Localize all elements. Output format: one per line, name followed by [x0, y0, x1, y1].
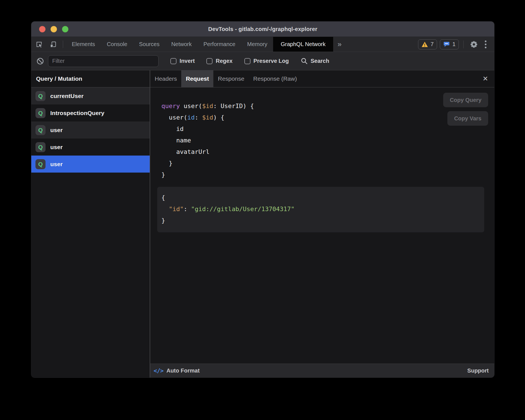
query-list-panel: Query / Mutation Q currentUser Q Introsp… — [31, 70, 150, 378]
gear-icon — [470, 40, 478, 49]
main-split: Query / Mutation Q currentUser Q Introsp… — [31, 70, 494, 378]
query-type-badge: Q — [35, 91, 46, 101]
minimize-window-button[interactable] — [51, 26, 57, 32]
tab-network[interactable]: Network — [165, 37, 197, 52]
auto-format-icon: </> — [154, 367, 163, 374]
issue-count: 1 — [452, 41, 455, 47]
close-detail-button[interactable]: ✕ — [476, 70, 494, 87]
toolbar-right-controls: 7 1 — [415, 37, 494, 52]
graphql-query-code: query user($id: UserID) { user(id: $id) … — [161, 100, 489, 180]
search-label: Search — [311, 58, 329, 64]
query-type-badge: Q — [35, 108, 46, 118]
request-tab-content: Copy Query Copy Vars query user($id: Use… — [150, 87, 494, 364]
search-icon — [300, 57, 308, 65]
tab-request[interactable]: Request — [181, 70, 213, 87]
close-window-button[interactable] — [39, 26, 46, 32]
detail-tab-bar: Headers Request Response Response (Raw) … — [150, 70, 494, 87]
query-type-badge: Q — [35, 159, 46, 169]
settings-button[interactable] — [466, 40, 481, 49]
regex-label: Regex — [216, 58, 232, 64]
toolbar-separator — [463, 40, 464, 48]
clear-block-icon[interactable] — [36, 57, 44, 65]
warning-icon — [421, 41, 428, 47]
copy-query-button[interactable]: Copy Query — [443, 93, 488, 107]
query-variables-box: { "id": "gid://gitlab/User/13704317"} — [157, 187, 484, 232]
device-toolbar-icon — [49, 41, 57, 48]
detail-footer: </> Auto Format Support — [150, 364, 494, 378]
support-link[interactable]: Support — [467, 367, 489, 374]
tab-sources[interactable]: Sources — [133, 37, 165, 52]
preserve-log-checkbox[interactable] — [244, 58, 250, 64]
tab-headers[interactable]: Headers — [150, 70, 181, 87]
tab-graphql-network[interactable]: GraphQL Network — [273, 37, 333, 52]
inspect-cursor-icon — [35, 41, 43, 48]
regex-checkbox[interactable] — [206, 58, 213, 64]
regex-checkbox-group[interactable]: Regex — [206, 58, 232, 64]
tab-response[interactable]: Response — [213, 70, 249, 87]
devtools-window: DevTools - gitlab.com/-/graphql-explorer… — [31, 22, 494, 378]
titlebar: DevTools - gitlab.com/-/graphql-explorer — [31, 22, 494, 37]
window-controls — [39, 22, 68, 37]
more-tabs-button[interactable]: » — [333, 37, 346, 52]
issues-badge[interactable]: 1 — [440, 39, 459, 49]
message-bubble-icon — [443, 41, 450, 47]
tab-response-raw[interactable]: Response (Raw) — [249, 70, 301, 87]
query-type-badge: Q — [35, 142, 46, 152]
kebab-menu-icon — [485, 40, 486, 48]
preserve-log-checkbox-group[interactable]: Preserve Log — [244, 58, 289, 64]
list-item-user-2[interactable]: Q user — [31, 139, 150, 156]
window-title: DevTools - gitlab.com/-/graphql-explorer — [208, 26, 317, 32]
copy-vars-button[interactable]: Copy Vars — [447, 111, 488, 126]
invert-checkbox[interactable] — [170, 58, 176, 64]
list-item-introspectionquery[interactable]: Q IntrospectionQuery — [31, 104, 150, 121]
list-item-user-1[interactable]: Q user — [31, 121, 150, 139]
preserve-log-label: Preserve Log — [254, 58, 289, 64]
tab-memory[interactable]: Memory — [241, 37, 273, 52]
devtools-menu-button[interactable] — [481, 40, 490, 48]
toolbar-separator — [63, 40, 63, 48]
device-toolbar-button[interactable] — [46, 37, 60, 52]
devtools-toolbar: Elements Console Sources Network Perform… — [31, 37, 494, 52]
invert-label: Invert — [180, 58, 195, 64]
warning-count: 7 — [431, 41, 434, 47]
tab-console[interactable]: Console — [101, 37, 133, 52]
tab-elements[interactable]: Elements — [66, 37, 101, 52]
inspect-element-button[interactable] — [31, 37, 46, 52]
query-list-header: Query / Mutation — [31, 70, 150, 87]
copy-buttons: Copy Query Copy Vars — [443, 93, 488, 126]
invert-checkbox-group[interactable]: Invert — [170, 58, 195, 64]
filter-toolbar: Invert Regex Preserve Log Search — [31, 52, 494, 70]
list-item-user-3-selected[interactable]: Q user — [31, 156, 150, 173]
request-detail-panel: Headers Request Response Response (Raw) … — [150, 70, 494, 378]
warnings-badge[interactable]: 7 — [418, 39, 437, 49]
list-item-currentUser[interactable]: Q currentUser — [31, 87, 150, 104]
filter-input[interactable] — [48, 55, 159, 67]
zoom-window-button[interactable] — [62, 26, 68, 32]
tab-performance[interactable]: Performance — [198, 37, 242, 52]
query-list: Q currentUser Q IntrospectionQuery Q use… — [31, 87, 150, 378]
query-type-badge: Q — [35, 125, 46, 135]
search-button[interactable]: Search — [300, 57, 329, 65]
auto-format-button[interactable]: Auto Format — [166, 367, 200, 374]
